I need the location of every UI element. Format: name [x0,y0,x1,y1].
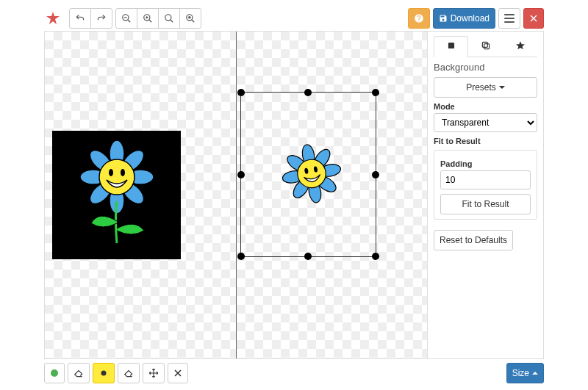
copy-icon [481,40,491,51]
top-toolbar: Download [44,6,544,31]
zoom-out-button[interactable] [115,8,137,29]
add-point-button[interactable] [44,363,65,383]
circle-icon [98,368,109,378]
green-dot-icon [51,369,58,377]
svg-point-25 [121,169,125,176]
brush-icon [123,368,134,378]
svg-marker-0 [46,12,60,24]
svg-marker-40 [516,41,525,49]
sidebar-tabs [434,36,537,57]
eraser-icon [74,368,84,378]
caret-icon [499,86,505,89]
crop-handle-l[interactable] [237,171,245,178]
fit-to-result-button[interactable]: Fit to Result [440,194,531,214]
redo-button[interactable] [90,8,112,29]
presets-label: Presets [466,82,496,93]
undo-button[interactable] [69,8,91,29]
fit-panel: Padding Fit to Result [434,150,537,220]
svg-point-24 [109,169,113,176]
caret-up-icon [532,372,538,375]
crop-handle-bl[interactable] [237,253,245,260]
padding-input[interactable] [440,170,531,189]
move-button[interactable] [143,363,165,383]
crop-box[interactable] [240,92,376,257]
x-icon [173,369,182,378]
crop-handle-tl[interactable] [237,89,245,96]
canvas-area[interactable] [45,32,427,358]
crop-handle-br[interactable] [372,253,379,260]
svg-rect-37 [448,43,453,48]
section-background-title: Background [434,62,537,73]
source-image [52,131,181,259]
svg-line-9 [171,20,173,23]
brush-button[interactable] [118,363,140,383]
mode-select[interactable]: Transparent [434,113,537,132]
crop-handle-b[interactable] [304,253,312,260]
size-button[interactable]: Size [506,363,544,383]
help-button[interactable] [408,8,430,29]
eraser-button[interactable] [68,363,90,383]
app-logo [44,10,62,27]
svg-rect-39 [482,42,487,47]
svg-line-5 [149,20,152,23]
svg-point-41 [101,371,107,376]
svg-line-11 [192,20,195,23]
main-area: Background Presets Mode Transparent Fit … [44,31,544,359]
crop-handle-tr[interactable] [372,89,379,96]
presets-button[interactable]: Presets [434,77,537,98]
clear-button[interactable] [168,363,188,383]
svg-point-23 [99,159,135,195]
reset-defaults-button[interactable]: Reset to Defaults [434,230,513,250]
hamburger-icon [504,14,514,23]
crop-handle-r[interactable] [372,171,379,178]
zoom-in-button[interactable] [137,8,159,29]
sidebar: Background Presets Mode Transparent Fit … [427,32,543,358]
marker-button[interactable] [93,363,115,383]
crop-handle-t[interactable] [304,89,312,96]
move-icon [148,368,159,378]
result-pane [236,32,428,358]
download-label: Download [451,13,490,24]
fit-title: Fit to Result [434,137,537,145]
size-label: Size [512,368,529,378]
menu-button[interactable] [498,8,520,29]
bottom-toolbar: Size [44,359,544,384]
square-icon [446,40,456,51]
star-icon [515,40,526,51]
padding-label: Padding [440,159,531,168]
tab-multi[interactable] [468,36,503,57]
svg-point-12 [189,17,190,18]
svg-point-8 [165,15,171,21]
original-pane [45,32,236,358]
download-button[interactable]: Download [433,8,495,29]
zoom-actual-button[interactable] [179,8,201,29]
tab-single[interactable] [434,36,468,57]
mode-label: Mode [434,102,537,111]
zoom-fit-button[interactable] [158,8,180,29]
close-button[interactable] [523,8,544,29]
svg-rect-38 [484,44,489,49]
tab-favorites[interactable] [503,36,537,57]
svg-line-2 [128,20,131,23]
